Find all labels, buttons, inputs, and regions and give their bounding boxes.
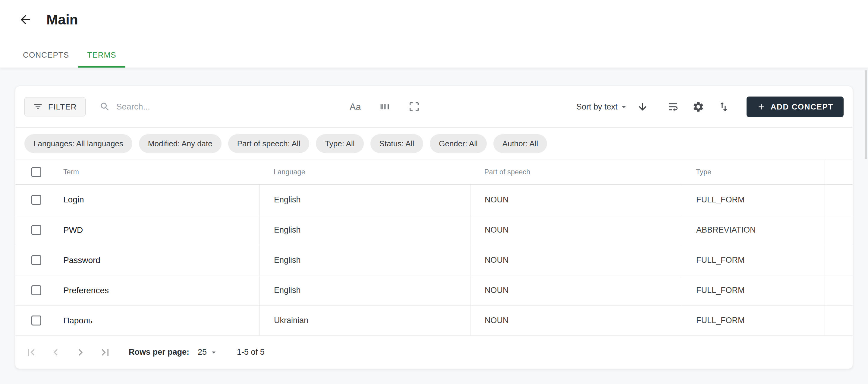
cell-part-of-speech: NOUN (470, 185, 682, 215)
filter-chip-label: Gender: All (439, 139, 478, 148)
cell-type: FULL_FORM (682, 305, 825, 335)
import-export-icon (718, 101, 730, 113)
cell-type: FULL_FORM (682, 275, 825, 305)
filter-chip[interactable]: Type: All (316, 134, 364, 153)
selection-frame-icon (408, 101, 420, 113)
row-checkbox[interactable] (31, 195, 41, 205)
filter-chip-label: Part of speech: All (237, 139, 301, 148)
column-header-part-of-speech[interactable]: Part of speech (484, 168, 530, 176)
chevron-right-icon (74, 346, 87, 359)
filter-button[interactable]: FILTER (24, 97, 86, 116)
barcode-icon (378, 101, 391, 113)
pagination-bar: Rows per page: 25 1-5 of 5 (16, 335, 852, 368)
wrap-text-button[interactable] (667, 101, 679, 113)
type-text: FULL_FORM (696, 256, 745, 265)
cell-part-of-speech: NOUN (470, 305, 682, 335)
row-checkbox[interactable] (31, 225, 41, 235)
case-sensitive-toggle[interactable]: Aa (350, 102, 361, 112)
first-page-icon (24, 346, 38, 359)
language-text: Ukrainian (274, 316, 308, 325)
table-body: Login English NOUN FULL_FORM PWD English… (16, 185, 852, 335)
part-of-speech-text: NOUN (485, 316, 509, 325)
language-text: English (274, 286, 301, 295)
table-row[interactable]: Password English NOUN FULL_FORM (16, 245, 852, 275)
last-page-icon (98, 346, 112, 359)
pager-buttons (24, 345, 113, 360)
filter-chips-row: Languages: All languages Modified: Any d… (16, 127, 852, 159)
filter-chip[interactable]: Author: All (493, 134, 547, 153)
cell-type: ABBREVIATION (682, 215, 825, 245)
filter-chip[interactable]: Status: All (370, 134, 424, 153)
add-concept-label: ADD CONCEPT (771, 102, 833, 112)
filter-chip-label: Modified: Any date (148, 139, 213, 148)
cell-language: English (259, 215, 470, 245)
column-header-language[interactable]: Language (274, 168, 305, 176)
cell-term: Password (16, 245, 259, 275)
cell-language: Ukrainian (259, 305, 470, 335)
cell-type: FULL_FORM (682, 185, 825, 215)
table-row[interactable]: Login English NOUN FULL_FORM (16, 185, 852, 215)
cell-language: English (259, 185, 470, 215)
filter-chip-label: Languages: All languages (33, 139, 123, 148)
first-page-button[interactable] (24, 345, 38, 360)
cell-part-of-speech: NOUN (470, 245, 682, 275)
tab-terms[interactable]: TERMS (78, 44, 125, 67)
term-text: Preferences (63, 286, 109, 295)
row-checkbox[interactable] (31, 255, 41, 265)
table-row[interactable]: Preferences English NOUN FULL_FORM (16, 275, 852, 305)
header-cell-overflow (825, 160, 852, 184)
filter-chip[interactable]: Languages: All languages (24, 134, 132, 153)
table-row[interactable]: PWD English NOUN ABBREVIATION (16, 215, 852, 245)
cell-overflow (825, 245, 852, 275)
toolbar-action-icons (667, 101, 730, 113)
filter-chip[interactable]: Modified: Any date (139, 134, 221, 153)
selection-frame-button[interactable] (408, 101, 420, 113)
row-checkbox[interactable] (31, 316, 41, 325)
back-button[interactable] (18, 12, 33, 27)
add-concept-button[interactable]: ADD CONCEPT (747, 96, 844, 117)
column-header-term[interactable]: Term (63, 168, 79, 176)
cell-term: PWD (16, 215, 259, 245)
sort-direction-button[interactable] (637, 101, 648, 113)
tab-concepts-label: CONCEPTS (23, 50, 69, 59)
column-header-type[interactable]: Type (696, 168, 711, 176)
term-text: Login (63, 195, 84, 205)
row-checkbox[interactable] (31, 285, 41, 295)
cell-type: FULL_FORM (682, 245, 825, 275)
settings-button[interactable] (692, 101, 704, 113)
table-row[interactable]: Пароль Ukrainian NOUN FULL_FORM (16, 305, 852, 335)
cell-language: English (259, 275, 470, 305)
cell-overflow (825, 275, 852, 305)
rows-per-page-select[interactable]: 25 (198, 348, 218, 357)
part-of-speech-text: NOUN (485, 256, 509, 265)
next-page-button[interactable] (73, 345, 88, 360)
filter-chip[interactable]: Gender: All (430, 134, 487, 153)
header-cell-type: Type (682, 160, 825, 184)
filter-chip-label: Status: All (379, 139, 414, 148)
barcode-button[interactable] (378, 101, 391, 113)
type-text: FULL_FORM (696, 316, 745, 325)
term-text: Пароль (63, 316, 93, 325)
last-page-button[interactable] (98, 345, 113, 360)
select-all-checkbox[interactable] (31, 167, 41, 177)
sort-select[interactable]: Sort by text (576, 102, 629, 112)
sort-select-label: Sort by text (576, 102, 618, 112)
screen: Main CONCEPTS TERMS FILTER Aa (0, 0, 868, 384)
pagination-range-label: 1-5 of 5 (237, 348, 265, 357)
toolbar: FILTER Aa Sort by tex (16, 86, 852, 127)
tab-concepts[interactable]: CONCEPTS (14, 44, 78, 67)
rows-per-page-label: Rows per page: (129, 348, 189, 357)
filter-chip[interactable]: Part of speech: All (228, 134, 310, 153)
import-export-button[interactable] (718, 101, 730, 113)
page-scrollbar[interactable] (865, 70, 867, 159)
term-text: PWD (63, 225, 83, 235)
header-cell-part-of-speech: Part of speech (470, 160, 682, 184)
cell-overflow (825, 215, 852, 245)
cell-term: Login (16, 185, 259, 215)
cell-term: Пароль (16, 305, 259, 335)
settings-gear-icon (692, 101, 704, 113)
search-input[interactable] (116, 102, 348, 112)
chevron-down-icon (619, 102, 629, 112)
previous-page-button[interactable] (49, 345, 63, 360)
language-text: English (274, 195, 301, 205)
